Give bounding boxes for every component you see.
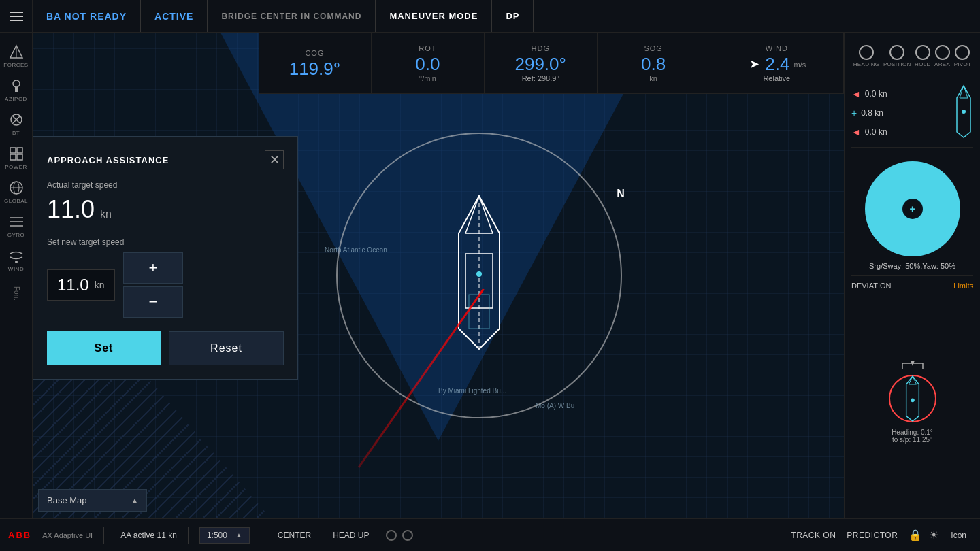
track-on-button[interactable]: TRACK ON [791,531,836,540]
speed-input-box[interactable]: 11.0 kn [47,269,115,301]
deviation-label: DEVIATION [851,282,891,290]
gyro-icon [8,214,24,230]
actual-speed-value: 11.0 [47,195,95,224]
sidebar-item-forces[interactable]: FORCES [1,39,31,72]
basemap-arrow-icon: ▲ [131,497,138,504]
heading-circle-item[interactable]: HEADING [853,45,880,67]
wind-sub: Relative [763,74,790,82]
srg-sway-label: Srg/Sway: 50%,Yaw: 50% [869,262,956,270]
area-circle-item[interactable]: AREA [934,45,950,67]
actual-speed-row: 11.0 kn [47,195,284,224]
sidebar-item-power[interactable]: POWER [1,141,31,174]
reset-button[interactable]: Reset [169,331,284,365]
speed-input-value: 11.0 [57,276,89,295]
hold-circle-item[interactable]: HOLD [915,45,930,67]
cog-instrument: COG 119.9° [259,33,372,93]
top-bar: BA NOT READY ACTIVE BRIDGE CENTER IN COM… [0,0,980,33]
area-circle-label: AREA [934,61,950,67]
deviation-heading-text: Heading: 0.1° [892,429,933,436]
bottom-circle-2[interactable] [402,530,413,541]
hdg-instrument: HDG 299.0° Ref: 298.9° [485,33,598,93]
model-label: AX Adaptive UI [42,531,93,539]
center-button[interactable]: CENTER [272,528,316,543]
sog-value: 0.8 [641,55,666,73]
position-circle [889,45,904,60]
icon-button[interactable]: Icon [945,528,972,543]
svg-point-17 [15,261,18,263]
ba-status: BA NOT READY [33,0,141,32]
bottom-circle-1[interactable] [386,530,397,541]
speed-input-unit: kn [95,280,105,290]
arrow-up-icon: + [851,107,857,118]
global-icon [8,180,24,196]
map-label-mo: Mo (A) W Bu [536,402,574,410]
azipod-icon [8,78,24,94]
sidebar-item-global[interactable]: GLOBAL [1,176,31,208]
sidebar-item-gyro[interactable]: GYRO [1,210,31,242]
speed-arrow-row-3: ◄ 0.0 kn [851,127,949,137]
forces-icon [8,44,24,60]
bracket-top [892,361,933,369]
set-speed-label: Set new target speed [47,237,284,247]
bt-label: BT [12,130,20,136]
bottom-sep-2 [188,527,189,544]
rot-unit: °/min [419,74,436,82]
area-circle [935,45,950,60]
bottom-right: TRACK ON PREDICTOR 🔒 ☀ Icon [791,528,972,543]
power-icon [8,146,24,162]
arrow-left-2: ◄ [851,127,861,137]
font-label: Font [0,265,33,322]
hamburger-line-3 [10,20,23,21]
scale-arrow-icon: ▲ [235,531,242,539]
set-speed-section: 11.0 kn + − [47,252,284,318]
deviation-setpoint-text: to s/p: 11.25° [892,436,933,444]
deviation-widget: DEVIATION Limits [851,282,973,512]
speed-arrow-row-2: + 0.8 kn [851,107,949,118]
speed-minus-button[interactable]: − [123,286,183,318]
set-button[interactable]: Set [47,331,161,365]
deviation-header: DEVIATION Limits [851,282,973,290]
svg-point-2 [13,80,20,87]
scale-dropdown[interactable]: 1:500 ▲ [199,527,250,544]
svg-point-24 [911,399,915,403]
deviation-ship-mini: Heading: 0.1° to s/p: 11.25° [892,361,933,444]
heading-circle [859,45,874,60]
bridge-label: BRIDGE CENTER IN COMMAND [208,0,376,32]
pivot-circle [955,45,970,60]
panel-close-button[interactable]: ✕ [265,150,284,169]
basemap-dropdown[interactable]: Base Map ▲ [38,489,147,512]
sidebar-item-bt[interactable]: BT [1,107,31,140]
wind-arrow-icon: ➤ [747,57,761,71]
actual-speed-unit: kn [100,208,112,220]
lock-icon[interactable]: 🔒 [909,529,922,541]
hamburger-menu[interactable] [0,0,33,33]
bottom-sep-1 [103,527,104,544]
action-buttons: Set Reset [47,331,284,365]
map-label-buoy: By Miami Lighted Bu... [438,387,506,395]
speed-value-1: 0.0 kn [865,89,887,99]
bottom-icons: 🔒 ☀ Icon [909,528,972,543]
head-up-button[interactable]: HEAD UP [327,528,374,543]
brightness-icon[interactable]: ☀ [929,529,938,541]
power-label: POWER [5,164,27,170]
predictor-button[interactable]: PREDICTOR [847,531,898,540]
sog-instrument: SOG 0.8 kn [598,33,710,93]
pivot-circle-item[interactable]: PIVOT [954,45,972,67]
position-circle-item[interactable]: POSITION [883,45,911,67]
speed-plus-button[interactable]: + [123,252,183,284]
bottom-bar: ABB AX Adaptive UI AA active 11 kn 1:500… [0,518,980,551]
ship-mini-indicator: ◄ 0.0 kn + 0.8 kn ◄ 0.0 kn [851,84,973,141]
gyro-label: GYRO [7,232,25,238]
sog-label: SOG [644,44,662,52]
svg-rect-9 [10,154,16,160]
hdg-ref: Ref: 298.9° [522,74,559,82]
bottom-sep-3 [261,527,261,544]
north-label: N [617,188,625,200]
ship-mini-shape [954,84,973,141]
speed-value-2: 0.8 kn [861,108,883,118]
global-label: GLOBAL [4,198,28,204]
cog-value: 119.9° [289,60,340,78]
ship-svg [448,193,510,356]
deviation-ship-area: Heading: 0.1° to s/p: 11.25° [851,293,973,512]
sidebar-item-azipod[interactable]: AZIPOD [1,73,31,106]
